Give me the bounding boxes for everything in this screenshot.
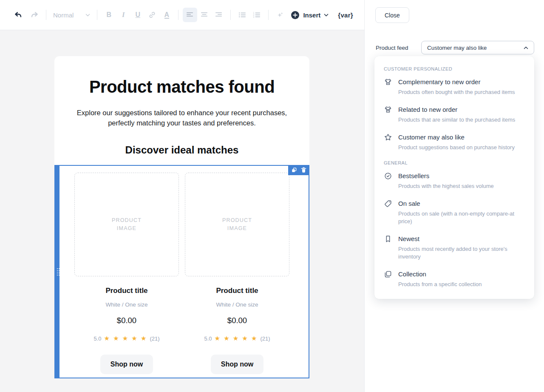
rating-count: (21) [260, 335, 270, 342]
feed-option-texts: Related to new order Products that are s… [398, 105, 515, 124]
shop-now-button[interactable]: Shop now [100, 355, 153, 374]
rating-stars-icon: ★ ★ ★ ★ ★ [104, 335, 147, 342]
underline-icon: U [136, 11, 141, 19]
editor-area: Normal B I U A [0, 0, 364, 392]
feed-option-title: Bestsellers [398, 172, 494, 180]
drag-handle-icon [57, 268, 58, 269]
email-heading[interactable]: Product matches found [54, 77, 309, 97]
redo-button[interactable] [27, 8, 42, 22]
product-feed-selected-value: Customer may also like [427, 45, 487, 51]
rating-count: (21) [150, 335, 159, 342]
align-left-button[interactable] [183, 8, 197, 22]
close-button[interactable]: Close [375, 7, 409, 23]
bold-button[interactable]: B [102, 8, 116, 22]
link-icon [148, 11, 156, 19]
shop-now-button[interactable]: Shop now [211, 355, 264, 374]
text-color-icon: A [164, 11, 170, 19]
feed-option-collection[interactable]: Collection Products from a specific coll… [374, 265, 534, 293]
product-feed-block-selected[interactable]: PRODUCT IMAGE Product title White / One … [54, 165, 309, 378]
feed-option-texts: Collection Products from a specific coll… [398, 270, 482, 288]
undo-button[interactable] [11, 8, 26, 22]
product-title: Product title [216, 287, 258, 295]
delete-block-button[interactable] [300, 166, 307, 174]
ai-assistant-button[interactable] [273, 8, 287, 22]
toolbar-divider [97, 10, 97, 20]
dropdown-section-title: CUSTOMER PERSONALIZED [384, 66, 525, 71]
product-rating: 5.0 ★ ★ ★ ★ ★ (21) [204, 335, 270, 342]
intro-line-2: perfectly matching your tastes and prefe… [108, 119, 256, 127]
feed-option-title: Complementary to new order [398, 78, 515, 86]
email-intro-text[interactable]: Explore our suggestions tailored to enha… [54, 108, 309, 128]
product-title: Product title [105, 287, 147, 295]
feed-option-title: Newest [398, 235, 525, 243]
feed-option-on-sale[interactable]: On sale Products on sale (with a non-emp… [374, 195, 534, 230]
chevron-up-icon [524, 46, 528, 49]
toolbar-divider [178, 10, 178, 20]
link-button[interactable] [145, 8, 159, 22]
feed-option-description: Product suggestions based on purchase hi… [398, 144, 515, 151]
text-color-button[interactable]: A [159, 8, 174, 22]
feed-option-description: Products with the highest sales volume [398, 182, 494, 190]
feed-option-title: Related to new order [398, 105, 515, 114]
feed-option-related[interactable]: Related to new order Products that are s… [374, 101, 534, 128]
block-actions-toolbar [288, 165, 309, 175]
feed-option-texts: On sale Products on sale (with a non-emp… [398, 199, 525, 225]
paragraph-style-value: Normal [53, 11, 74, 19]
feed-option-newest[interactable]: Newest Products most recently added to y… [374, 230, 534, 265]
product-card: PRODUCT IMAGE Product title White / One … [185, 173, 289, 374]
underline-button[interactable]: U [130, 8, 145, 22]
trash-icon [301, 167, 306, 173]
feed-option-complementary[interactable]: Complementary to new order Products ofte… [374, 73, 534, 101]
intro-line-1: Explore our suggestions tailored to enha… [77, 109, 287, 116]
feed-option-title: On sale [398, 199, 525, 208]
product-image-placeholder[interactable]: PRODUCT IMAGE [185, 173, 289, 276]
product-variant: White / One size [216, 301, 258, 308]
align-left-icon [186, 12, 194, 18]
collection-icon [384, 270, 392, 278]
duplicate-block-button[interactable] [290, 166, 298, 174]
feed-option-description: Products that are similar to the purchas… [398, 116, 515, 124]
product-price: $0.00 [117, 316, 136, 325]
feed-option-title: Customer may also like [398, 133, 515, 142]
chevron-down-icon [85, 14, 90, 17]
product-variant: White / One size [105, 301, 147, 308]
redo-icon [30, 11, 39, 18]
feed-option-title: Collection [398, 270, 482, 278]
align-right-button[interactable] [212, 8, 226, 22]
italic-button[interactable]: I [116, 8, 130, 22]
align-center-button[interactable] [197, 8, 212, 22]
feed-option-texts: Bestsellers Products with the highest sa… [398, 172, 494, 190]
insert-plus-icon [291, 11, 300, 20]
email-content-card[interactable]: Product matches found Explore our sugges… [54, 56, 309, 378]
numbered-list-icon: 123 [253, 12, 261, 18]
svg-text:3: 3 [253, 16, 255, 18]
star-icon [384, 133, 392, 142]
italic-icon: I [122, 11, 125, 19]
variable-button[interactable]: {var} [338, 11, 353, 19]
product-feed-select[interactable]: Customer may also like [421, 41, 534, 54]
feed-option-bestsellers[interactable]: Bestsellers Products with the highest sa… [374, 167, 534, 195]
product-feed-label: Product feed [376, 45, 408, 51]
product-feed-dropdown: CUSTOMER PERSONALIZED Complementary to n… [374, 56, 534, 299]
toolbar-divider [230, 10, 231, 20]
badge-check-icon [384, 172, 392, 180]
undo-icon [14, 11, 23, 18]
products-row: PRODUCT IMAGE Product title White / One … [55, 166, 309, 374]
product-price: $0.00 [227, 316, 247, 325]
align-right-icon [215, 12, 223, 18]
product-rating: 5.0 ★ ★ ★ ★ ★ (21) [94, 335, 159, 342]
bullet-list-button[interactable] [235, 8, 249, 22]
product-card: PRODUCT IMAGE Product title White / One … [74, 173, 179, 374]
product-image-placeholder[interactable]: PRODUCT IMAGE [74, 173, 179, 276]
email-section-title[interactable]: Discover ideal matches [54, 144, 309, 156]
placeholder-label: PRODUCT IMAGE [107, 216, 146, 233]
numbered-list-button[interactable]: 123 [249, 8, 264, 22]
paragraph-style-select[interactable]: Normal [51, 11, 93, 19]
placeholder-label: PRODUCT IMAGE [218, 216, 257, 233]
align-center-icon [201, 12, 208, 18]
block-drag-handle[interactable] [55, 166, 60, 378]
insert-button[interactable]: Insert [291, 11, 329, 20]
bold-icon: B [107, 11, 112, 19]
feed-option-may-also-like[interactable]: Customer may also like Product suggestio… [374, 128, 534, 156]
ai-sparkle-icon [276, 11, 284, 19]
